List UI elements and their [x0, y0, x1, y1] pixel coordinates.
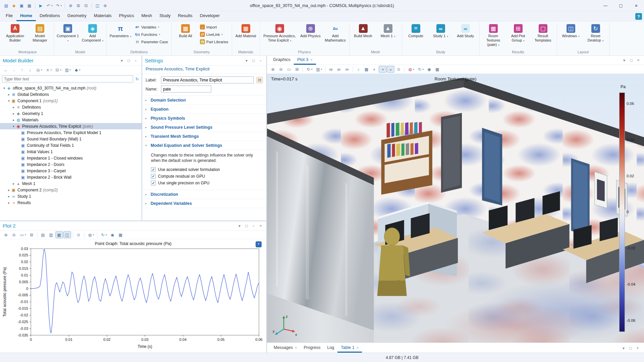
- zoom-extents-button[interactable]: ⊞: [293, 66, 301, 73]
- ribbon-build-mesh-button[interactable]: ▲Build Mesh: [351, 23, 375, 39]
- tab-plot-3[interactable]: Plot 3×: [294, 56, 316, 65]
- menu-geometry[interactable]: Geometry: [64, 11, 90, 21]
- nav-forward-button[interactable]: →: [10, 66, 18, 73]
- tree-item-office-space-63-30t0-n4-ma-out-mph[interactable]: ▾◈office_space_63_30T0_N4_ma_out.mph(roo…: [0, 85, 142, 91]
- checkbox-compute-residual-on-gpu[interactable]: ✓Compute residual on GPU: [151, 173, 262, 180]
- maximize-button[interactable]: ▢: [613, 0, 629, 11]
- open-file-button[interactable]: ◆: [10, 2, 17, 9]
- panel-close-button[interactable]: ×: [635, 345, 641, 351]
- section-discretization[interactable]: ▸Discretization: [142, 190, 266, 199]
- plot2-chart-area[interactable]: Point Graph: Total acoustic pressure (Pa…: [0, 239, 266, 353]
- manual-axis-y-button[interactable]: ▥: [47, 231, 55, 238]
- rename-label-button[interactable]: ▤: [256, 77, 263, 83]
- tab-table-1[interactable]: Table 1×: [337, 344, 362, 353]
- ribbon-pressure-acoustics-time-explicit-button[interactable]: ◉Pressure Acoustics, Time Explicit ▾: [262, 23, 298, 43]
- panel-pin-button[interactable]: ▫: [258, 58, 264, 64]
- tree-item-sound-hard-boundary-wall-1[interactable]: ▣Sound Hard Boundary (Wall) 1: [0, 136, 142, 142]
- tab-graphics[interactable]: Graphics: [270, 56, 294, 65]
- show-button[interactable]: ◎▾: [34, 66, 44, 73]
- ribbon-livelink-button[interactable]: ⇄LiveLink▾: [198, 31, 230, 38]
- ribbon-mesh-1-button[interactable]: ▲Mesh 1 ▾: [376, 23, 400, 39]
- ribbon-build-all-button[interactable]: ▦Build All: [173, 23, 198, 39]
- run-button[interactable]: ▶: [37, 2, 44, 9]
- tree-item-geometry-1[interactable]: ▸◆Geometry 1: [0, 110, 142, 117]
- redo-button[interactable]: ↷▾: [54, 2, 63, 9]
- view-options-button[interactable]: ▥▾: [314, 66, 324, 73]
- update-plot-button[interactable]: ↻▾: [99, 231, 108, 238]
- section-physics-symbols[interactable]: ▸Physics Symbols: [142, 114, 266, 123]
- ribbon-reset-desktop-button[interactable]: ↻Reset Desktop ▾: [584, 23, 608, 43]
- tab-log[interactable]: Log: [324, 344, 337, 353]
- zoom-qat-button[interactable]: ⊕: [102, 2, 109, 9]
- go-to-default-view-button[interactable]: ↻▾: [305, 66, 314, 73]
- ribbon-model-manager-button[interactable]: ▤Model Manager: [28, 23, 52, 43]
- tab-progress[interactable]: Progress: [300, 344, 324, 353]
- ribbon-room-textures-pate-button[interactable]: ▦Room Textures (pate) ▾: [481, 23, 505, 48]
- tree-item-definitions[interactable]: ▸≡Definitions: [0, 104, 142, 110]
- ribbon-result-templates-button[interactable]: ▢Result Templates: [531, 23, 555, 43]
- delete-button[interactable]: ⊟: [83, 2, 90, 9]
- panel-float-button[interactable]: □: [244, 223, 250, 229]
- windows-qat-button[interactable]: ◫: [94, 2, 101, 9]
- section-domain-selection[interactable]: ▸Domain Selection: [142, 96, 266, 105]
- tree-item-global-definitions[interactable]: ▸⊕Global Definitions: [0, 91, 142, 98]
- ribbon-import-button[interactable]: ↓Import: [198, 24, 230, 30]
- snapshot-button[interactable]: ◉: [109, 231, 116, 238]
- copy-button[interactable]: ⊞: [75, 2, 82, 9]
- ribbon-add-material-button[interactable]: ▦Add Material: [234, 23, 258, 39]
- menu-physics[interactable]: Physics: [115, 11, 138, 21]
- ribbon-application-builder-button[interactable]: AApplication Builder: [3, 23, 27, 43]
- ribbon-add-mathematics-button[interactable]: ΔuAdd Mathematics: [323, 23, 347, 43]
- tab-messages[interactable]: Messages×: [270, 344, 300, 353]
- section-sound-pressure-level-settings[interactable]: ▸Sound Pressure Level Settings: [142, 123, 266, 132]
- tag-button[interactable]: ◆▾: [72, 66, 82, 73]
- close-tab-icon[interactable]: ×: [295, 346, 297, 350]
- selection-mode-button[interactable]: ◒: [387, 66, 394, 73]
- close-tab-icon[interactable]: ×: [357, 346, 359, 350]
- tree-item-impedance-2-brick-wall[interactable]: ▣Impedance 2 - Brick Wall: [0, 174, 142, 180]
- tree-item-component-1[interactable]: ▾▣Component 1(comp1): [0, 98, 142, 104]
- panel-menu-button[interactable]: ▾: [621, 345, 627, 351]
- ribbon-functions-button[interactable]: f(x)Functions▾: [133, 31, 170, 38]
- section-model-equation-and-solver-settings[interactable]: ▾Model Equation and Solver Settings: [142, 141, 266, 150]
- panel-float-button[interactable]: □: [126, 58, 132, 64]
- help-button[interactable]: ?: [635, 13, 642, 20]
- zx-view-button[interactable]: zx: [343, 66, 351, 73]
- zoom-box-button[interactable]: ▭▾: [18, 231, 28, 238]
- show-material-color-button[interactable]: ◐: [371, 66, 378, 73]
- tree-item-results[interactable]: ▸◑Results: [0, 199, 142, 206]
- menu-results[interactable]: Results: [174, 11, 196, 21]
- panel-float-button[interactable]: □: [628, 57, 634, 63]
- tree-item-study-1[interactable]: ▸∞Study 1: [0, 193, 142, 199]
- ribbon-parameter-case-button[interactable]: πParameter Case: [133, 39, 170, 45]
- sound-toggle-button[interactable]: ♪: [355, 66, 362, 73]
- graphics-canvas[interactable]: Time=0.017 s Room Textures (pate) Pa 0.0…: [267, 74, 644, 343]
- zoom-extents-button[interactable]: ⊞: [28, 231, 36, 238]
- panel-close-button[interactable]: ×: [258, 223, 264, 229]
- view-table-button[interactable]: ▥▾: [63, 66, 72, 73]
- update-plot-button[interactable]: ↻▾: [416, 66, 425, 73]
- panel-float-button[interactable]: □: [628, 345, 634, 351]
- zoom-out-button[interactable]: ⊖: [10, 231, 18, 238]
- name-input[interactable]: [161, 85, 211, 93]
- minimize-button[interactable]: —: [598, 0, 613, 11]
- tree-settings-button[interactable]: ≡▾: [44, 66, 53, 73]
- ribbon-add-component-button[interactable]: ◈Add Component ▾: [80, 23, 105, 43]
- menu-definitions[interactable]: Definitions: [36, 11, 64, 21]
- menu-file[interactable]: File: [2, 11, 16, 21]
- tree-item-impedance-2-doors[interactable]: ▣Impedance 2 - Doors: [0, 161, 142, 168]
- ribbon-windows-button[interactable]: ◫Windows ▾: [559, 23, 583, 39]
- plot-while-solving-button[interactable]: ◑: [379, 66, 386, 73]
- undo-button[interactable]: ↶▾: [45, 2, 54, 9]
- menu-developer[interactable]: Developer: [196, 11, 223, 21]
- zoom-in-button[interactable]: ⊕: [269, 66, 277, 73]
- room-scene[interactable]: [267, 74, 644, 343]
- lock-view-button[interactable]: ⊙: [395, 66, 402, 73]
- menu-mesh[interactable]: Mesh: [138, 11, 156, 21]
- ribbon-part-libraries-button[interactable]: ▤Part Libraries: [198, 39, 230, 45]
- new-file-button[interactable]: ▤: [3, 2, 10, 9]
- ribbon-variables-button[interactable]: a=Variables▾: [133, 24, 170, 30]
- menu-home[interactable]: Home: [16, 11, 36, 21]
- tree-item-pressure-acoustics-time-explicit[interactable]: ▾◉Pressure Acoustics, Time Explicit(pate…: [0, 123, 142, 129]
- menu-study[interactable]: Study: [156, 11, 174, 21]
